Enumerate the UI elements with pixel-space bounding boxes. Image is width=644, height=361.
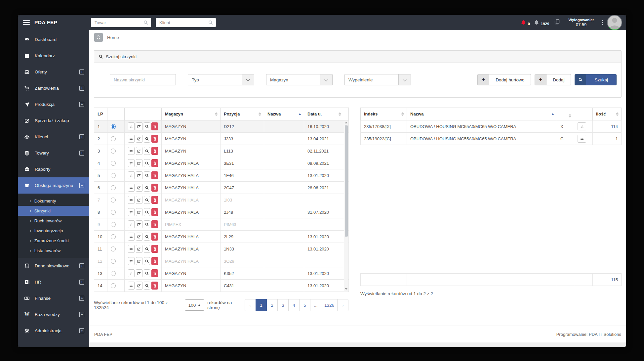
bulk-add-button[interactable]: + Dodaj hurtowo: [477, 74, 531, 85]
row-radio[interactable]: [111, 136, 116, 141]
row-radio[interactable]: [111, 198, 116, 203]
col-ilosc[interactable]: Ilość: [593, 108, 622, 120]
col-pozycja[interactable]: Pozycja: [221, 108, 264, 120]
col-data-u[interactable]: Data u.: [304, 108, 349, 120]
klient-search-input[interactable]: [156, 20, 208, 25]
delete-button[interactable]: [151, 196, 158, 204]
pager-page-2[interactable]: 2: [266, 299, 278, 311]
transfer-button[interactable]: [128, 135, 135, 143]
row-radio[interactable]: [111, 185, 116, 190]
pager-page-5[interactable]: 5: [299, 299, 310, 311]
sidebar-subitem-ruch-towar-w[interactable]: ›Ruch towarów: [18, 216, 89, 226]
row-radio[interactable]: [111, 124, 116, 129]
per-page-select[interactable]: 100: [185, 299, 205, 311]
scrollbar-thumb[interactable]: [345, 125, 348, 237]
delete-button[interactable]: [151, 135, 158, 143]
view-button[interactable]: [144, 233, 150, 241]
edit-button[interactable]: [136, 282, 142, 290]
breadcrumb-home[interactable]: Home: [107, 35, 119, 40]
row-radio[interactable]: [111, 161, 116, 166]
sidebar-subitem-dokumenty[interactable]: ›Dokumenty: [18, 196, 89, 206]
col-nazwa[interactable]: Nazwa: [264, 108, 304, 120]
edit-button[interactable]: [136, 171, 142, 179]
refresh-button[interactable]: [94, 33, 103, 42]
pager-page-3[interactable]: 3: [277, 299, 289, 311]
scroll-up-icon[interactable]: [345, 122, 347, 123]
edit-button[interactable]: [136, 122, 142, 130]
row-radio[interactable]: [111, 247, 116, 251]
sidebar-subitem-skrzynki[interactable]: ›Skrzynki: [18, 206, 89, 216]
sidebar-item-finanse[interactable]: Finanse+: [18, 290, 89, 306]
sidebar-item-produkcja[interactable]: Produkcja+: [18, 96, 89, 113]
col-indeks[interactable]: Indeks: [361, 108, 407, 120]
view-button[interactable]: [144, 196, 150, 204]
row-radio[interactable]: [111, 149, 116, 154]
sidebar-item-klienci[interactable]: Klienci+: [18, 129, 89, 145]
table-scrollbar[interactable]: [344, 120, 348, 291]
transfer-button[interactable]: [578, 135, 586, 143]
towar-search-input[interactable]: [91, 20, 143, 25]
sidebar-item-sprzeda-i-zakup[interactable]: Sprzedaż i zakup: [18, 113, 89, 129]
delete-button[interactable]: [151, 233, 158, 241]
transfer-button[interactable]: [128, 269, 135, 277]
transfer-button[interactable]: [128, 122, 135, 130]
delete-button[interactable]: [151, 171, 158, 179]
transfer-button[interactable]: [128, 159, 135, 167]
view-button[interactable]: [144, 122, 150, 130]
row-radio[interactable]: [111, 222, 116, 227]
row-radio[interactable]: [111, 210, 116, 215]
sidebar-item-dane-s-ownikowe[interactable]: Dane słownikowe+: [18, 258, 89, 274]
documents-icon[interactable]: [554, 19, 560, 26]
notification-bell-icon[interactable]: [534, 20, 540, 25]
add-button[interactable]: + Dodaj: [535, 74, 571, 85]
dropdown-magazyn[interactable]: Magazyn: [266, 74, 333, 85]
edit-button[interactable]: [136, 147, 142, 155]
transfer-button[interactable]: [128, 257, 135, 265]
delete-button[interactable]: [151, 245, 158, 253]
row-radio[interactable]: [111, 271, 116, 276]
menu-toggle-icon[interactable]: [23, 19, 30, 26]
transfer-button[interactable]: [128, 208, 135, 216]
transfer-button[interactable]: [128, 196, 135, 204]
dropdown-typ[interactable]: Typ: [188, 74, 254, 85]
edit-button[interactable]: [136, 257, 142, 265]
sidebar-subitem-inwentaryzacja[interactable]: ›Inwentaryzacja: [18, 226, 89, 236]
view-button[interactable]: [144, 269, 150, 277]
view-button[interactable]: [144, 159, 150, 167]
pager-page-1[interactable]: 1: [256, 299, 267, 311]
row-radio[interactable]: [111, 283, 116, 288]
delete-button[interactable]: [151, 208, 158, 216]
col-flag[interactable]: [557, 108, 574, 120]
sidebar-item-baza-wiedzy[interactable]: Baza wiedzy+: [18, 306, 89, 323]
transfer-button[interactable]: [128, 233, 135, 241]
user-avatar[interactable]: [607, 15, 622, 30]
sidebar-item-administracja[interactable]: Administracja+: [18, 323, 89, 339]
search-button[interactable]: Szukaj: [575, 74, 617, 85]
sidebar-item-zam-wienia[interactable]: Zamówienia+: [18, 80, 89, 96]
dropdown-wype-nienie[interactable]: Wypełnienie: [344, 74, 411, 85]
view-button[interactable]: [144, 208, 150, 216]
view-button[interactable]: [144, 257, 150, 265]
edit-button[interactable]: [136, 159, 142, 167]
row-radio[interactable]: [111, 234, 116, 239]
pager-page-4[interactable]: 4: [288, 299, 300, 311]
transfer-button[interactable]: [578, 122, 586, 130]
pager-next-button[interactable]: ›: [337, 299, 348, 311]
sidebar-item-oferty[interactable]: Oferty+: [18, 64, 89, 80]
edit-button[interactable]: [136, 269, 142, 277]
delete-button[interactable]: [151, 220, 158, 228]
sidebar-item-obs-uga-magazynu[interactable]: Obsługa magazynu−: [18, 177, 89, 194]
view-button[interactable]: [144, 135, 150, 143]
col-magazyn[interactable]: Magazyn: [162, 108, 221, 120]
delete-button[interactable]: [151, 257, 158, 265]
transfer-button[interactable]: [128, 282, 135, 290]
transfer-button[interactable]: [128, 147, 135, 155]
scroll-down-icon[interactable]: [345, 288, 347, 290]
sidebar-subitem-zamro-one-rodki[interactable]: ›Zamrożone środki: [18, 236, 89, 246]
sidebar-item-dashboard[interactable]: Dashboard: [18, 31, 89, 48]
delete-button[interactable]: [151, 159, 158, 167]
transfer-button[interactable]: [128, 220, 135, 228]
edit-button[interactable]: [136, 233, 142, 241]
sidebar-item-hr[interactable]: HR+: [18, 274, 89, 290]
view-button[interactable]: [144, 184, 150, 192]
